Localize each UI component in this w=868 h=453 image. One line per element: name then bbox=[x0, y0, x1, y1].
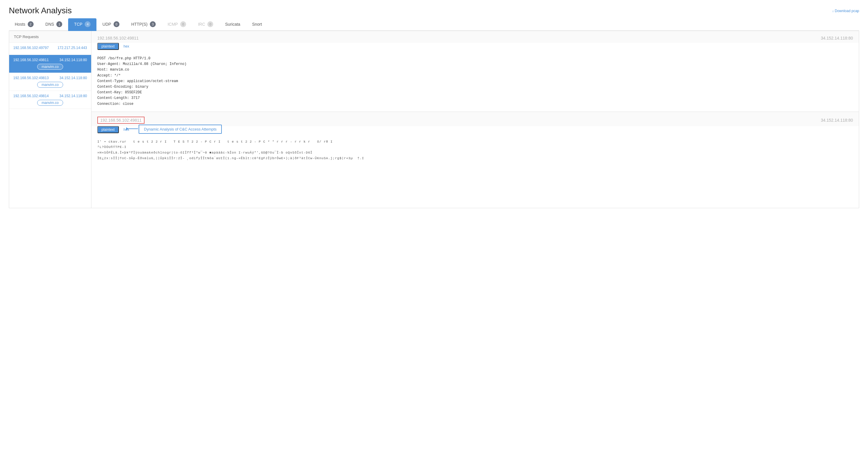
tcp-request-item[interactable]: 192.168.56.102:49797 172.217.25.14:443 bbox=[9, 43, 91, 55]
tab-https[interactable]: HTTP(S) 3 bbox=[125, 18, 162, 31]
packet-section-2: 192.168.56.102:49811 34.152.14.118:80 pl… bbox=[91, 112, 859, 166]
domain-badge: manvim.co bbox=[37, 64, 63, 70]
dst-ip: 172.217.25.14:443 bbox=[58, 46, 87, 50]
tcp-request-item[interactable]: 192.168.56.102:49811 34.152.14.118:80 ma… bbox=[9, 55, 91, 73]
tab-udp[interactable]: UDP 0 bbox=[96, 18, 125, 31]
packet-content-2: I' • ckav.rur t e s t 2 2 r I T E S T 2 … bbox=[91, 136, 859, 166]
tab-hosts[interactable]: Hosts 2 bbox=[9, 18, 39, 31]
packet-tabs-1: plaintext hex bbox=[91, 43, 859, 52]
dst-ip: 34.152.14.118:80 bbox=[60, 94, 87, 98]
page-title: Network Analysis bbox=[9, 6, 859, 16]
plaintext-tab-1[interactable]: plaintext bbox=[97, 43, 119, 50]
plaintext-tab-2[interactable]: plaintext bbox=[97, 126, 119, 133]
callout-box: Dynamic Analysis of C&C Access Attempts bbox=[138, 124, 222, 134]
packet-content-1: POST /bo/fre.php HTTP/1.0 User-Agent: Mo… bbox=[91, 52, 859, 112]
tab-icmp[interactable]: ICMP 0 bbox=[162, 18, 192, 31]
tab-dns[interactable]: DNS 1 bbox=[39, 18, 68, 31]
callout-arrow bbox=[126, 129, 138, 129]
tcp-request-item[interactable]: 192.168.56.102:49814 34.152.14.118:80 ma… bbox=[9, 91, 91, 109]
tcp-requests-header: TCP Requests bbox=[9, 31, 91, 43]
packet-dst-1: 34.152.14.118:80 bbox=[821, 36, 853, 40]
src-ip: 192.168.56.102:49813 bbox=[13, 76, 49, 80]
packet-src-highlighted: 192.168.56.102:49811 bbox=[97, 117, 145, 124]
packet-tabs-2: plaintext hex Dynamic Analysis of C&C Ac… bbox=[91, 126, 859, 136]
src-ip: 192.168.56.102:49814 bbox=[13, 94, 49, 98]
tab-snort[interactable]: Snort bbox=[246, 19, 268, 30]
dst-ip: 34.152.14.118:80 bbox=[60, 76, 87, 80]
tab-tcp[interactable]: TCP 4 bbox=[68, 18, 96, 31]
packet-header-2: 192.168.56.102:49811 34.152.14.118:80 bbox=[91, 112, 859, 126]
packet-dst-2: 34.152.14.118:80 bbox=[821, 118, 853, 122]
tab-suricata[interactable]: Suricata bbox=[219, 19, 246, 30]
hex-tab-1[interactable]: hex bbox=[120, 43, 133, 50]
tcp-requests-panel: TCP Requests 192.168.56.102:49797 172.21… bbox=[9, 31, 91, 208]
src-ip: 192.168.56.102:49797 bbox=[13, 46, 49, 50]
tab-irc[interactable]: IRC 0 bbox=[192, 18, 219, 31]
packet-header-1: 192.168.56.102:49811 34.152.14.118:80 bbox=[91, 31, 859, 43]
packet-section-1: 192.168.56.102:49811 34.152.14.118:80 pl… bbox=[91, 31, 859, 112]
domain-badge: manvim.co bbox=[37, 82, 63, 88]
src-ip: 192.168.56.102:49811 bbox=[13, 58, 49, 62]
download-pcap-link[interactable]: Download pcap bbox=[832, 9, 859, 13]
dst-ip: 34.152.14.118:80 bbox=[60, 58, 87, 62]
domain-badge: manvim.co bbox=[37, 100, 63, 106]
tabs-bar: Hosts 2 DNS 1 TCP 4 UDP 0 HTTP(S) 3 ICMP… bbox=[9, 18, 859, 31]
packet-detail-panel: 192.168.56.102:49811 34.152.14.118:80 pl… bbox=[91, 31, 859, 208]
main-content: TCP Requests 192.168.56.102:49797 172.21… bbox=[9, 31, 859, 208]
tcp-request-item[interactable]: 192.168.56.102:49813 34.152.14.118:80 ma… bbox=[9, 73, 91, 91]
packet-src-1: 192.168.56.102:49811 bbox=[97, 36, 138, 40]
